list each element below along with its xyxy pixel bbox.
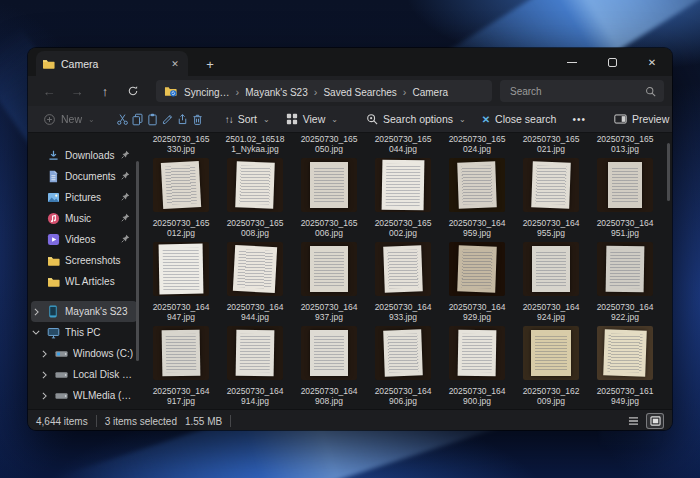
search-box[interactable] [500, 80, 664, 102]
maximize-button[interactable] [592, 48, 632, 76]
file-item[interactable]: 20250730_165050.jpg [292, 133, 366, 154]
sidebar-item-downloads[interactable]: Downloads [31, 145, 137, 166]
file-item[interactable]: 20250730_165024.jpg [440, 133, 514, 154]
file-item[interactable]: 20250730_164914.jpg [218, 322, 292, 406]
close-search-button[interactable]: ✕ Close search [475, 110, 564, 128]
breadcrumb-item[interactable]: Syncing… [181, 85, 233, 100]
navigation-bar: ← → ↑ Syncing…›Mayank's S23›Saved Search… [28, 76, 672, 106]
new-icon [43, 113, 56, 126]
tab-close-icon[interactable]: ✕ [168, 57, 182, 71]
file-item[interactable]: 20250730_164937.jpg [292, 238, 366, 322]
file-item[interactable]: 20250730_162009.jpg [514, 322, 588, 406]
file-item[interactable]: 20250730_165044.jpg [366, 133, 440, 154]
file-item[interactable]: 20250730_164944.jpg [218, 238, 292, 322]
sort-button[interactable]: ↑↓ Sort ⌄ [218, 110, 277, 128]
sidebar-item-this-pc[interactable]: This PC [31, 322, 137, 343]
file-item[interactable]: 20250730_164929.jpg [440, 238, 514, 322]
sidebar-item-screenshots[interactable]: Screenshots [31, 250, 137, 271]
file-item[interactable]: 20250730_164924.jpg [514, 238, 588, 322]
up-button[interactable]: ↑ [92, 79, 118, 103]
file-item[interactable]: 20250730_164955.jpg [514, 154, 588, 238]
refresh-button[interactable] [120, 79, 146, 103]
sidebar-item-wlonline-f-[interactable]: WLOnline (F:) [31, 406, 137, 409]
sidebar-item-music[interactable]: Music [31, 208, 137, 229]
file-item[interactable]: 20250730_164933.jpg [366, 238, 440, 322]
preview-button[interactable]: Preview [607, 110, 672, 128]
back-button[interactable]: ← [36, 79, 62, 103]
sidebar-scrollbar[interactable] [136, 161, 139, 361]
close-search-label: Close search [495, 113, 556, 125]
sidebar-item-windows-c-[interactable]: Windows (C:) [31, 343, 137, 364]
file-item[interactable]: 20250730_165002.jpg [366, 154, 440, 238]
status-separator [230, 415, 231, 427]
minimize-button[interactable] [552, 48, 592, 76]
new-tab-button[interactable]: + [198, 52, 222, 76]
file-thumbnail [227, 242, 283, 296]
file-item[interactable]: 20250730_165006.jpg [292, 154, 366, 238]
chevron-right-icon[interactable] [31, 308, 41, 316]
sidebar-item-mayank-s-s23[interactable]: Mayank's S23 [31, 301, 137, 322]
rename-button[interactable] [161, 108, 174, 130]
file-item[interactable]: 20250730_164922.jpg [588, 238, 662, 322]
see-more-button[interactable]: ••• [565, 111, 593, 128]
drive-windows-icon [54, 350, 68, 358]
breadcrumb-item[interactable]: Saved Searches [320, 85, 399, 100]
file-name: 20250730_164951.jpg [597, 218, 654, 238]
close-button[interactable]: ✕ [632, 48, 672, 76]
file-item[interactable]: 20250730_164906.jpg [366, 322, 440, 406]
file-item[interactable]: 20250730_165008.jpg [218, 154, 292, 238]
sort-icon: ↑↓ [225, 114, 233, 125]
file-item[interactable]: 20250730_165013.jpg [588, 133, 662, 154]
file-item[interactable]: 20250730_164917.jpg [144, 322, 218, 406]
chevron-right-icon[interactable] [39, 371, 49, 379]
forward-button[interactable]: → [64, 79, 90, 103]
thumbnail-view-toggle[interactable] [646, 413, 664, 429]
file-item[interactable]: 2501.02_165181_Nykaa.jpg [218, 133, 292, 154]
delete-button[interactable] [191, 108, 204, 130]
file-item[interactable]: 20250730_164908.jpg [292, 322, 366, 406]
sidebar-item-label: Documents [65, 171, 116, 182]
sidebar-item-local-disk-d-[interactable]: Local Disk (D:) [31, 364, 137, 385]
breadcrumb-item[interactable]: Mayank's S23 [242, 85, 311, 100]
details-view-toggle[interactable] [624, 413, 642, 429]
breadcrumb-item[interactable]: Camera [409, 85, 451, 100]
content-scrollbar[interactable] [667, 143, 670, 201]
file-thumbnail [449, 158, 505, 212]
sidebar-item-label: This PC [65, 327, 133, 338]
copy-button[interactable] [131, 108, 144, 130]
breadcrumb-chevron-icon[interactable]: › [311, 86, 321, 98]
new-button[interactable]: New ⌄ [36, 110, 102, 129]
file-name: 20250730_165013.jpg [597, 134, 654, 154]
file-item[interactable]: 20250730_165021.jpg [514, 133, 588, 154]
file-name: 20250730_164959.jpg [449, 218, 506, 238]
notebook-page-photo [235, 161, 275, 208]
search-input[interactable] [508, 85, 639, 98]
chevron-down-icon[interactable] [31, 329, 41, 336]
chevron-right-icon[interactable] [39, 350, 49, 358]
sidebar-item-pictures[interactable]: Pictures [31, 187, 137, 208]
file-item[interactable]: 20250730_164959.jpg [440, 154, 514, 238]
share-button[interactable] [176, 108, 189, 130]
search-icon [645, 86, 656, 97]
breadcrumb-chevron-icon[interactable]: › [233, 86, 243, 98]
paste-button[interactable] [146, 108, 159, 130]
sidebar-item-videos[interactable]: Videos [31, 229, 137, 250]
sidebar-item-wlmedia-e-[interactable]: WLMedia (E:) [31, 385, 137, 406]
search-options-button[interactable]: Search options ⌄ [359, 110, 473, 128]
cut-button[interactable] [116, 108, 129, 130]
sidebar-item-wl-articles[interactable]: WL Articles [31, 271, 137, 292]
tab-camera[interactable]: Camera ✕ [36, 51, 188, 76]
file-item[interactable]: 20250730_161949.jpg [588, 322, 662, 406]
file-item[interactable]: 20250730_165012.jpg [144, 154, 218, 238]
file-explorer-window: Camera ✕ + ✕ ← → ↑ Syncing…›Mayank's S23… [28, 48, 672, 430]
file-item[interactable]: 20250730_164947.jpg [144, 238, 218, 322]
address-bar[interactable]: Syncing…›Mayank's S23›Saved Searches›Cam… [156, 80, 492, 102]
view-button[interactable]: View ⌄ [279, 110, 345, 128]
window-body: DownloadsDocumentsPicturesMusicVideosScr… [28, 133, 672, 409]
file-item[interactable]: 20250730_164900.jpg [440, 322, 514, 406]
chevron-right-icon[interactable] [39, 392, 49, 400]
file-item[interactable]: 20250730_165330.jpg [144, 133, 218, 154]
notebook-page-photo [603, 329, 647, 376]
file-item[interactable]: 20250730_164951.jpg [588, 154, 662, 238]
sidebar-item-documents[interactable]: Documents [31, 166, 137, 187]
